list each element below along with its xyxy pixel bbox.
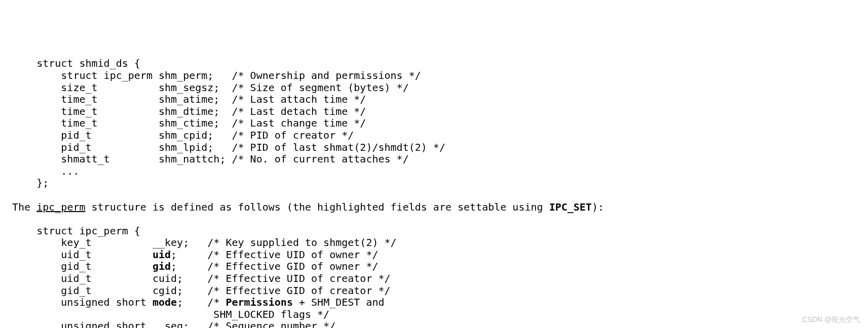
struct-field-line: time_t shm_ctime; /* Last change time */ [12,117,366,129]
struct-field-line: gid_t cgid; /* Effective GID of creator … [12,284,391,297]
struct-field-line: key_t __key; /* Key supplied to shmget(2… [12,236,397,249]
permissions-word: Permissions [225,296,292,308]
struct-ellipsis: ... [12,165,79,177]
struct-field-line: size_t shm_segsz; /* Size of segment (by… [12,81,409,94]
struct-field-line: shmatt_t shm_nattch; /* No. of current a… [12,153,409,165]
paragraph-ipc-perm-intro: The ipc_perm structure is defined as fol… [12,201,856,214]
ipc-perm-link: ipc_perm [36,201,85,213]
ipc-set-keyword: IPC_SET [549,201,592,213]
field-mode: mode [153,296,177,308]
struct-field-line: uid_t uid; /* Effective UID of owner */ [12,249,378,261]
code-block-ipc-perm: struct ipc_perm { key_t __key; /* Key su… [12,225,856,328]
struct-field-line: unsigned short mode; /* Permissions + SH… [12,296,385,308]
struct-field-line: time_t shm_atime; /* Last attach time */ [12,93,366,105]
struct-field-line: struct ipc_perm shm_perm; /* Ownership a… [12,69,421,81]
struct-header: struct ipc_perm { [12,225,140,237]
code-block-shmid-ds: struct shmid_ds { struct ipc_perm shm_pe… [12,58,856,189]
csdn-watermark: CSDN @咬光空气 [802,315,860,324]
struct-header: struct shmid_ds { [12,57,140,69]
struct-field-line: gid_t gid; /* Effective GID of owner */ [12,260,378,272]
struct-field-line: pid_t shm_cpid; /* PID of creator */ [12,129,354,141]
struct-field-line: time_t shm_dtime; /* Last detach time */ [12,105,366,117]
struct-field-line: pid_t shm_lpid; /* PID of last shmat(2)/… [12,141,445,153]
field-gid: gid [153,260,171,272]
field-uid: uid [153,249,171,261]
struct-footer: }; [12,177,49,189]
struct-field-line-cont: SHM_LOCKED flags */ [12,308,329,320]
struct-field-line: uid_t cuid; /* Effective UID of creator … [12,272,391,284]
struct-field-line: unsigned short __seq; /* Sequence number… [12,320,335,328]
